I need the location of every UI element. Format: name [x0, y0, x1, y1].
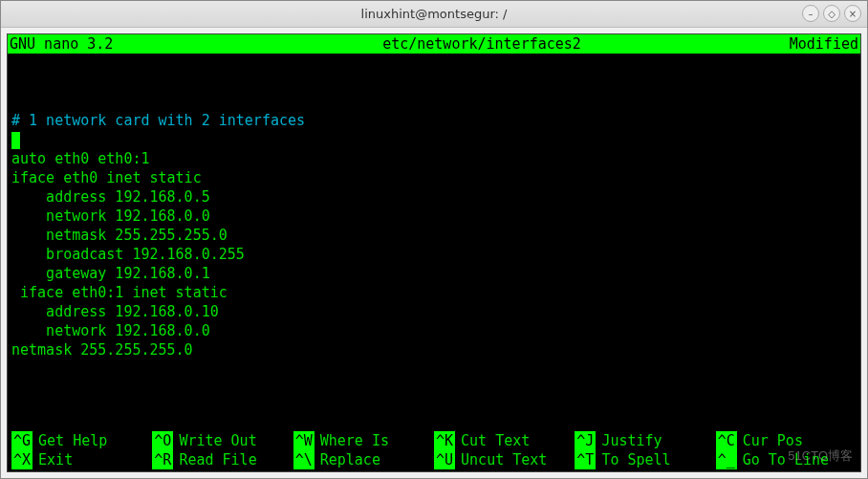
code-line: netmask 255.255.255.0	[11, 227, 228, 244]
window-controls: – ◇ ×	[802, 5, 861, 22]
shortcut-uncut-text[interactable]: ^UUncut Text	[434, 450, 575, 469]
editor-content[interactable]: # 1 network card with 2 interfaces auto …	[8, 54, 860, 431]
shortcut-read-file[interactable]: ^RRead File	[152, 450, 293, 469]
terminal-window: linuxhint@montsegur: / – ◇ × GNU nano 3.…	[0, 0, 868, 479]
code-line: auto eth0 eth0:1	[11, 150, 150, 167]
shortcut-go-to-line[interactable]: ^_Go To Line	[716, 450, 857, 469]
maximize-button[interactable]: ◇	[823, 5, 840, 22]
shortcut-get-help[interactable]: ^GGet Help	[11, 431, 152, 450]
code-line: address 192.168.0.10	[11, 303, 219, 320]
shortcut-to-spell[interactable]: ^TTo Spell	[575, 450, 715, 469]
terminal-area[interactable]: GNU nano 3.2 etc/network/interfaces2 Mod…	[7, 33, 861, 472]
comment-line: # 1 network card with 2 interfaces	[11, 112, 305, 129]
code-line: iface eth0:1 inet static	[11, 284, 228, 301]
shortcut-write-out[interactable]: ^OWrite Out	[152, 431, 293, 450]
code-line: network 192.168.0.0	[11, 207, 210, 225]
code-line: broadcast 192.168.0.255	[11, 246, 245, 263]
code-line: iface eth0 inet static	[11, 169, 202, 186]
shortcut-justify[interactable]: ^JJustify	[575, 431, 715, 450]
cursor	[11, 132, 20, 149]
close-button[interactable]: ×	[844, 5, 861, 22]
window-titlebar: linuxhint@montsegur: / – ◇ ×	[1, 1, 867, 28]
nano-file-path: etc/network/interfaces2	[201, 34, 763, 54]
code-line: address 192.168.0.5	[11, 188, 210, 206]
nano-status: Modified	[763, 34, 858, 54]
shortcut-replace[interactable]: ^\Replace	[293, 450, 434, 469]
shortcut-exit[interactable]: ^XExit	[11, 450, 152, 469]
code-line: gateway 192.168.0.1	[11, 265, 210, 282]
code-line: network 192.168.0.0	[11, 322, 210, 339]
shortcut-cur-pos[interactable]: ^CCur Pos	[716, 431, 857, 450]
shortcut-cut-text[interactable]: ^KCut Text	[434, 431, 575, 450]
nano-header: GNU nano 3.2 etc/network/interfaces2 Mod…	[8, 34, 860, 54]
shortcut-where-is[interactable]: ^WWhere Is	[293, 431, 434, 450]
code-line: netmask 255.255.255.0	[11, 341, 193, 359]
window-title: linuxhint@montsegur: /	[361, 7, 508, 21]
nano-app-name: GNU nano 3.2	[10, 34, 201, 54]
nano-shortcuts: ^GGet Help ^OWrite Out ^WWhere Is ^KCut …	[8, 431, 860, 471]
minimize-button[interactable]: –	[802, 5, 819, 22]
